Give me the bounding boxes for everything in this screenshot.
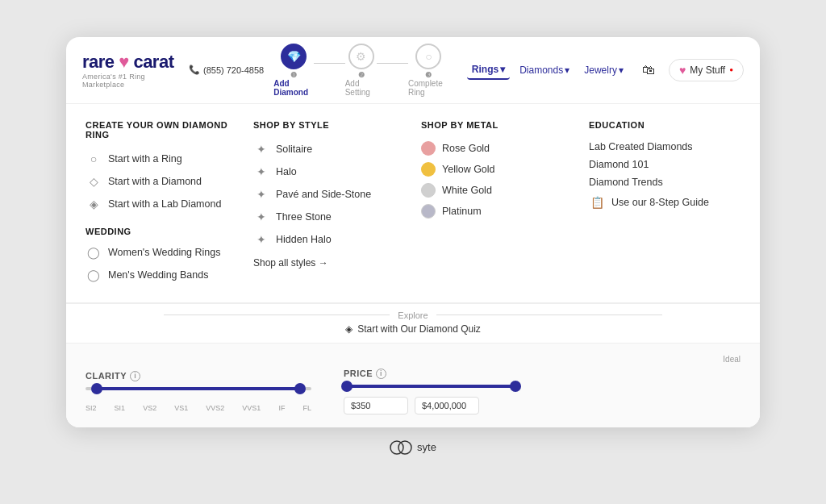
menu-item-start-lab[interactable]: ◈ Start with a Lab Diamond <box>86 193 237 215</box>
syte-label: syte <box>417 441 436 453</box>
quiz-diamond-icon: ◈ <box>345 323 353 335</box>
ring-icon: ○ <box>86 151 102 167</box>
logo-area: rare ♥ carat America's #1 Ring Marketpla… <box>82 52 179 89</box>
logo-text: rare ♥ carat <box>82 52 179 73</box>
price-max-input[interactable] <box>415 397 479 414</box>
my-stuff-button[interactable]: ♥ My Stuff ● <box>669 59 744 81</box>
phone-number[interactable]: 📞 (855) 720-4858 <box>189 65 264 75</box>
rose-gold-swatch <box>421 141 436 156</box>
steps-nav: 💎 ❶ Add Diamond ⚙ ❷ Add Setting ○ ❸ Comp… <box>273 44 449 97</box>
diamond-icon: ◇ <box>86 173 102 190</box>
menu-item-8step-guide[interactable]: 📋 Use our 8-Step Guide <box>589 191 740 214</box>
menu-col-style: SHOP BY STYLE ✦ Solitaire ✦ Halo ✦ Pavé … <box>253 120 405 286</box>
price-filter-group: PRICE i <box>344 369 521 414</box>
nav-link-rings[interactable]: Rings ▾ <box>467 60 510 80</box>
browser-window: rare ♥ carat America's #1 Ring Marketpla… <box>66 37 760 427</box>
clarity-label: CLARITY i <box>86 371 311 381</box>
step-complete-ring[interactable]: ○ ❸ Complete Ring <box>408 44 449 97</box>
menu-item-yellow-gold[interactable]: Yellow Gold <box>421 159 573 180</box>
syte-footer: syte <box>390 427 436 468</box>
menu-col-create: CREATE YOUR OWN DIAMOND RING ○ Start wit… <box>86 120 237 286</box>
price-info-icon[interactable]: i <box>376 369 386 379</box>
dropdown-menu: CREATE YOUR OWN DIAMOND RING ○ Start wit… <box>66 104 760 303</box>
clarity-fill <box>97 387 300 390</box>
diamond-quiz-link[interactable]: ◈ Start with Our Diamond Quiz <box>66 323 760 335</box>
menu-item-solitaire[interactable]: ✦ Solitaire <box>253 138 405 160</box>
menu-col-metal: SHOP BY METAL Rose Gold Yellow Gold Whit… <box>421 120 573 286</box>
three-stone-icon: ✦ <box>253 209 269 225</box>
step-line-1 <box>314 63 344 64</box>
menu-item-lab-created[interactable]: Lab Created Diamonds <box>589 138 740 156</box>
halo-icon: ✦ <box>253 164 269 180</box>
filter-bar: Ideal CLARITY i SI2 SI1 VS2 VS1 <box>66 344 760 427</box>
clarity-slider[interactable] <box>86 386 311 391</box>
my-stuff-heart-icon: ♥ <box>679 64 686 77</box>
guide-icon: 📋 <box>589 194 605 210</box>
menu-col-education: EDUCATION Lab Created Diamonds Diamond 1… <box>589 120 740 286</box>
step-diamond-icon: 💎 <box>281 44 307 69</box>
nav-links: Rings ▾ Diamonds ▾ Jewelry ▾ <box>467 60 628 80</box>
cart-button[interactable]: 🛍 <box>638 57 659 83</box>
menu-item-rose-gold[interactable]: Rose Gold <box>421 138 573 159</box>
step-setting-icon: ⚙ <box>348 44 374 69</box>
menu-item-three-stone[interactable]: ✦ Three Stone <box>253 206 405 228</box>
step-add-diamond[interactable]: 💎 ❶ Add Diamond <box>273 44 314 97</box>
notification-dot: ● <box>729 66 733 73</box>
price-thumb-max[interactable] <box>510 381 521 392</box>
price-slider[interactable] <box>344 384 521 389</box>
clarity-thumb-max[interactable] <box>294 383 306 394</box>
price-label: PRICE i <box>344 369 521 379</box>
logo-subtitle: America's #1 Ring Marketplace <box>82 73 179 89</box>
lab-diamond-icon: ◈ <box>86 196 102 212</box>
menu-item-diamond-trends[interactable]: Diamond Trends <box>589 173 740 191</box>
explore-bar: Explore ◈ Start with Our Diamond Quiz <box>66 303 760 344</box>
menu-item-start-diamond[interactable]: ◇ Start with a Diamond <box>86 170 237 193</box>
filter-row: CLARITY i SI2 SI1 VS2 VS1 VVS2 VVS1 IF <box>86 369 740 414</box>
menu-item-womens-rings[interactable]: ◯ Women's Wedding Rings <box>86 241 237 264</box>
menu-item-halo[interactable]: ✦ Halo <box>253 160 405 183</box>
hidden-halo-icon: ✦ <box>253 231 269 248</box>
menu-item-diamond-101[interactable]: Diamond 101 <box>589 156 740 173</box>
mens-band-icon: ◯ <box>86 267 102 283</box>
navbar: rare ♥ carat America's #1 Ring Marketpla… <box>66 37 760 104</box>
price-fill <box>347 385 515 388</box>
yellow-gold-swatch <box>421 162 436 177</box>
step-add-setting[interactable]: ⚙ ❷ Add Setting <box>345 44 378 97</box>
nav-link-jewelry[interactable]: Jewelry ▾ <box>579 61 628 79</box>
step-line-2 <box>377 63 407 64</box>
clarity-info-icon[interactable]: i <box>130 371 140 381</box>
white-gold-swatch <box>421 183 436 198</box>
price-inputs <box>344 397 521 414</box>
price-thumb-min[interactable] <box>341 381 353 392</box>
price-min-input[interactable] <box>344 397 408 414</box>
solitaire-icon: ✦ <box>253 141 269 157</box>
menu-item-pave[interactable]: ✦ Pavé and Side-Stone <box>253 183 405 206</box>
svg-point-0 <box>390 441 403 454</box>
clarity-filter-group: CLARITY i SI2 SI1 VS2 VS1 VVS2 VVS1 IF <box>86 371 311 412</box>
logo-heart: ♥ <box>119 52 129 72</box>
step-ring-icon: ○ <box>415 44 441 69</box>
clarity-thumb-min[interactable] <box>91 383 102 394</box>
svg-point-1 <box>398 441 411 454</box>
menu-item-start-ring[interactable]: ○ Start with a Ring <box>86 148 237 170</box>
explore-divider: Explore <box>66 310 760 320</box>
menu-item-hidden-halo[interactable]: ✦ Hidden Halo <box>253 228 405 251</box>
menu-item-white-gold[interactable]: White Gold <box>421 180 573 201</box>
menu-columns: CREATE YOUR OWN DIAMOND RING ○ Start wit… <box>86 120 740 286</box>
menu-item-platinum[interactable]: Platinum <box>421 201 573 222</box>
syte-logo-icon <box>390 440 412 455</box>
platinum-swatch <box>421 204 436 219</box>
nav-link-diamonds[interactable]: Diamonds ▾ <box>515 61 574 79</box>
shop-all-styles-link[interactable]: Shop all styles → <box>253 257 405 269</box>
clarity-ticks: SI2 SI1 VS2 VS1 VVS2 VVS1 IF FL <box>86 404 311 412</box>
menu-item-mens-bands[interactable]: ◯ Men's Wedding Bands <box>86 264 237 286</box>
pave-icon: ✦ <box>253 186 269 202</box>
womens-ring-icon: ◯ <box>86 244 102 260</box>
